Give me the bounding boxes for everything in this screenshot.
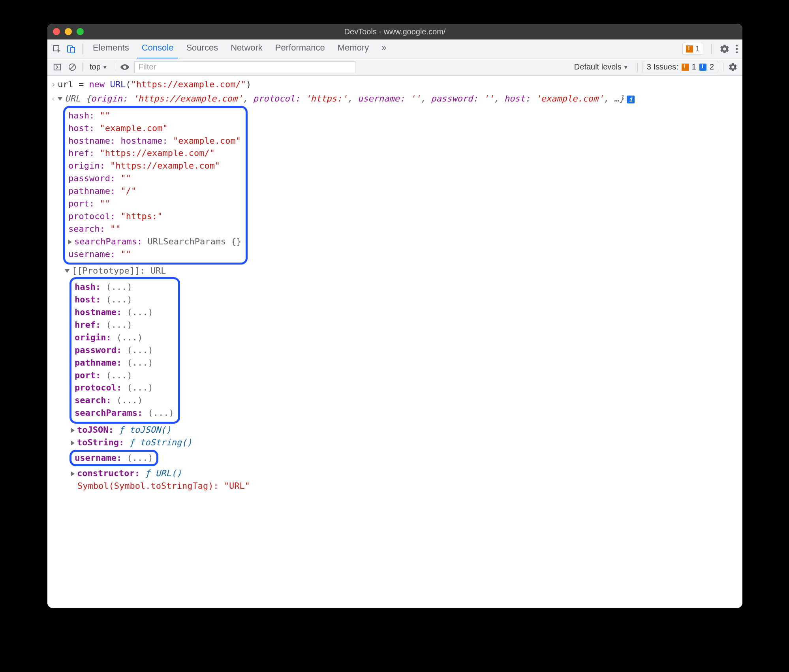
svg-point-3 xyxy=(736,44,738,46)
device-toolbar-icon[interactable] xyxy=(66,43,77,54)
issues-badge[interactable]: 3 Issues: 1 2 xyxy=(642,61,718,73)
svg-rect-6 xyxy=(54,64,61,70)
filter-input[interactable] xyxy=(134,61,355,73)
clear-console-icon[interactable] xyxy=(67,62,77,72)
log-levels-select[interactable]: Default levels ▼ xyxy=(570,62,633,72)
info-badge-icon[interactable]: i xyxy=(627,96,635,103)
error-warning-badge[interactable]: 1 xyxy=(682,43,703,55)
tab-network[interactable]: Network xyxy=(226,39,267,59)
live-expression-icon[interactable] xyxy=(120,62,130,72)
separator xyxy=(82,63,83,71)
traffic-lights xyxy=(53,28,84,35)
svg-line-8 xyxy=(70,65,75,69)
console-output[interactable]: › url = new URL("https://example.com/") … xyxy=(47,76,742,608)
prop-protocol[interactable]: protocol: "https:" xyxy=(68,210,242,223)
issues-warn-count: 1 xyxy=(692,62,696,71)
devtools-window: DevTools - www.google.com/ Elements Cons… xyxy=(47,24,742,608)
getter-pathname[interactable]: pathname: (...) xyxy=(75,357,174,369)
console-toolbar: top ▼ Default levels ▼ 3 Issues: 1 2 xyxy=(47,58,742,76)
tab-performance[interactable]: Performance xyxy=(271,39,330,59)
prop-username[interactable]: username: "" xyxy=(68,248,242,261)
proto-tostring[interactable]: toString: ƒ toString() xyxy=(71,436,742,449)
warning-icon xyxy=(682,64,689,71)
prop-searchparams[interactable]: searchParams: URLSearchParams {} xyxy=(68,235,242,248)
getter-searchparams[interactable]: searchParams: (...) xyxy=(75,407,174,419)
tab-memory[interactable]: Memory xyxy=(333,39,374,59)
inspect-element-icon[interactable] xyxy=(51,43,62,54)
getter-password[interactable]: password: (...) xyxy=(75,344,174,357)
tab-console[interactable]: Console xyxy=(137,39,178,59)
result-icon: ‹ xyxy=(49,92,58,105)
prop-search[interactable]: search: "" xyxy=(68,223,242,235)
prompt-icon: › xyxy=(49,78,58,91)
info-icon xyxy=(699,64,706,71)
warning-count: 1 xyxy=(695,44,700,53)
prop-hash[interactable]: hash: "" xyxy=(68,109,242,122)
tab-sources[interactable]: Sources xyxy=(181,39,223,59)
titlebar: DevTools - www.google.com/ xyxy=(47,24,742,39)
issues-info-count: 2 xyxy=(710,62,714,71)
getter-href[interactable]: href: (...) xyxy=(75,319,174,331)
execution-context-select[interactable]: top ▼ xyxy=(87,62,110,72)
proto-symbol-tostringtag[interactable]: Symbol(Symbol.toStringTag): "URL" xyxy=(77,480,742,492)
expand-object-icon[interactable] xyxy=(58,97,62,101)
getter-hash[interactable]: hash: (...) xyxy=(75,281,174,293)
url-own-properties-highlight: hash: "" host: "example.com" hostname: h… xyxy=(63,106,248,265)
object-type: URL xyxy=(65,94,86,103)
prop-password[interactable]: password: "" xyxy=(68,172,242,185)
prop-href[interactable]: href: "https://example.com/" xyxy=(68,147,242,160)
separator xyxy=(115,63,115,71)
toggle-sidebar-icon[interactable] xyxy=(52,62,62,72)
window-title: DevTools - www.google.com/ xyxy=(47,27,742,36)
separator xyxy=(711,44,712,54)
zoom-window-button[interactable] xyxy=(77,28,84,35)
tab-elements[interactable]: Elements xyxy=(88,39,134,59)
getter-port[interactable]: port: (...) xyxy=(75,369,174,382)
tabs-overflow[interactable]: » xyxy=(377,39,391,59)
console-input-echo: › url = new URL("https://example.com/") xyxy=(47,77,742,92)
svg-point-4 xyxy=(736,48,738,50)
getter-username[interactable]: username: xyxy=(75,453,127,463)
expand-icon[interactable] xyxy=(71,441,75,445)
console-result-summary[interactable]: ‹ URL {origin: 'https://example.com', pr… xyxy=(47,92,742,106)
context-label: top xyxy=(90,62,101,71)
close-window-button[interactable] xyxy=(53,28,60,35)
expand-icon[interactable] xyxy=(68,240,72,244)
prototype-row[interactable]: [[Prototype]]: URL xyxy=(65,265,742,277)
settings-icon[interactable] xyxy=(719,44,730,54)
dropdown-icon: ▼ xyxy=(102,64,108,70)
panel-tabs: Elements Console Sources Network Perform… xyxy=(88,39,391,59)
prop-port[interactable]: port: "" xyxy=(68,197,242,210)
more-menu-icon[interactable] xyxy=(735,44,738,54)
warning-icon xyxy=(686,45,693,53)
separator xyxy=(637,63,638,71)
expand-icon[interactable] xyxy=(71,428,75,433)
variable-name: url xyxy=(58,79,73,89)
expand-prototype-icon[interactable] xyxy=(65,269,70,273)
proto-tojson[interactable]: toJSON: ƒ toJSON() xyxy=(71,424,742,436)
proto-constructor[interactable]: constructor: ƒ URL() xyxy=(71,467,742,480)
console-settings-icon[interactable] xyxy=(728,62,738,72)
levels-label: Default levels xyxy=(574,62,622,71)
separator xyxy=(723,63,723,71)
svg-rect-2 xyxy=(71,47,75,53)
prop-pathname[interactable]: pathname: "/" xyxy=(68,185,242,197)
getter-hostname[interactable]: hostname: (...) xyxy=(75,306,174,319)
prop-hostname[interactable]: hostname: hostname: "example.com" xyxy=(68,135,242,147)
expand-icon[interactable] xyxy=(71,471,75,476)
svg-point-5 xyxy=(736,51,738,53)
getter-origin[interactable]: origin: (...) xyxy=(75,331,174,344)
dropdown-icon: ▼ xyxy=(623,64,629,70)
prop-origin[interactable]: origin: "https://example.com" xyxy=(68,160,242,172)
minimize-window-button[interactable] xyxy=(65,28,72,35)
prototype-getters-highlight: hash: (...) host: (...) hostname: (...) … xyxy=(70,277,180,424)
issues-prefix: 3 Issues: xyxy=(647,62,678,71)
devtools-tabstrip: Elements Console Sources Network Perform… xyxy=(47,39,742,58)
separator xyxy=(82,44,83,54)
getter-host[interactable]: host: (...) xyxy=(75,293,174,306)
getter-search[interactable]: search: (...) xyxy=(75,394,174,407)
getter-protocol[interactable]: protocol: (...) xyxy=(75,381,174,394)
prop-host[interactable]: host: "example.com" xyxy=(68,122,242,135)
prototype-username-highlight: username: (...) xyxy=(70,450,158,466)
